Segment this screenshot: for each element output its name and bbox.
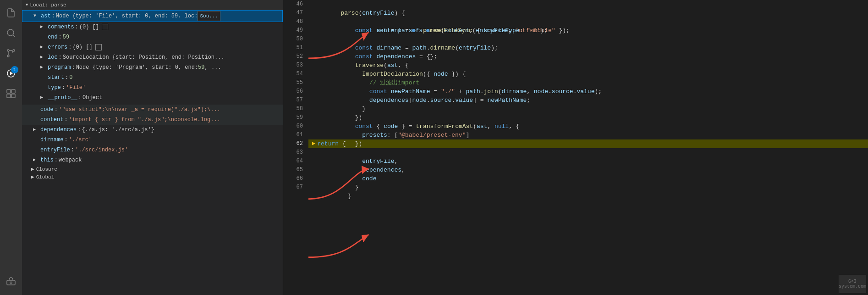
watermark: G×I system.com xyxy=(839,275,866,293)
expand-arrow-dependences[interactable]: ▶ xyxy=(33,125,38,134)
var-value-entryfile: './src/index.js' xyxy=(75,145,128,155)
ln-65: 65 xyxy=(283,166,303,174)
var-value-program-num: 59 xyxy=(198,63,204,72)
var-item-dependences[interactable]: ▶ dependences : {./a.js: './src/a.js'} xyxy=(22,125,283,135)
svg-point-10 xyxy=(10,282,12,284)
ln-47: 47 xyxy=(283,9,303,17)
code-line-62: ▶ return { xyxy=(308,139,868,148)
ln-59: 59 xyxy=(283,113,303,122)
code-line-66: } xyxy=(308,174,868,183)
var-name-start: start xyxy=(48,73,64,82)
code-line-50: const dirname = path.dirname(entryFile); xyxy=(308,35,868,44)
debug-variables-content: ▼ ast : Node {type: 'File', start: 0, en… xyxy=(22,10,283,295)
var-item-code[interactable]: ▶ code : '"use strict";\n\nvar _a = requ… xyxy=(22,105,283,115)
errors-checkbox[interactable] xyxy=(95,44,102,50)
var-item-this[interactable]: ▶ this : webpack xyxy=(22,155,283,165)
var-name-program: program xyxy=(48,63,71,72)
var-item-start[interactable]: ▶ start : 0 xyxy=(22,72,283,83)
var-name-code: code xyxy=(40,105,54,114)
ln-48: 48 xyxy=(283,17,303,26)
var-value-start: 0 xyxy=(69,73,72,82)
var-value-type: 'File' xyxy=(66,83,86,92)
var-name-type: type xyxy=(48,83,61,92)
editor-panel: 46 47 48 49 50 51 52 53 54 55 56 57 58 5… xyxy=(283,0,868,295)
ln-61: 61 xyxy=(283,131,303,139)
current-line-arrow: ▶ xyxy=(312,139,315,148)
svg-point-3 xyxy=(7,55,9,57)
var-value-code: '"use strict";\n\nvar _a = require("./a.… xyxy=(59,105,220,114)
var-value-program: Node {type: 'Program', start: 0, end: xyxy=(76,63,198,72)
section-global[interactable]: ▶ Global xyxy=(22,173,283,181)
closure-expand-icon: ▶ xyxy=(31,166,34,172)
global-expand-icon: ▶ xyxy=(31,174,34,180)
debug-icon[interactable]: 1 xyxy=(2,64,20,83)
ln-60: 60 xyxy=(283,122,303,131)
var-name-content: content xyxy=(40,115,63,124)
code-line-67: } xyxy=(308,183,868,192)
debug-panel: ▼ Local: parse ▼ ast : Node {type: 'File… xyxy=(22,0,283,295)
svg-point-0 xyxy=(7,29,14,36)
activity-bar: 1 xyxy=(0,0,22,295)
expand-arrow-comments[interactable]: ▶ xyxy=(40,22,46,32)
collapse-icon[interactable]: ▼ xyxy=(26,3,28,7)
ln-50: 50 xyxy=(283,35,303,44)
ln-53: 53 xyxy=(283,61,303,70)
var-item-type[interactable]: ▶ type : 'File' xyxy=(22,83,283,93)
var-item-errors[interactable]: ▶ errors : (0) [] xyxy=(22,42,283,52)
var-value-program2: , ... xyxy=(204,63,221,72)
expand-arrow-proto[interactable]: ▶ xyxy=(40,93,46,102)
extensions-icon[interactable] xyxy=(2,84,20,103)
var-name-errors: errors xyxy=(48,43,67,52)
code-lines: parse(entryFile) { const content = fs.re… xyxy=(308,0,868,295)
code-line-63: entryFile, xyxy=(308,148,868,157)
debug-panel-title: Local: parse xyxy=(30,2,66,8)
expand-arrow-errors[interactable]: ▶ xyxy=(40,43,46,52)
var-value-this: webpack xyxy=(59,156,82,165)
var-item-ast[interactable]: ▼ ast : Node {type: 'File', start: 0, en… xyxy=(22,10,283,22)
expand-arrow-loc[interactable]: ▶ xyxy=(40,53,46,62)
expand-arrow-ast[interactable]: ▼ xyxy=(33,11,39,21)
var-name-dirname: dirname xyxy=(40,135,63,145)
debug-panel-header: ▼ Local: parse xyxy=(22,0,283,10)
var-name-dependences: dependences xyxy=(40,125,77,134)
section-closure[interactable]: ▶ Closure xyxy=(22,165,283,173)
comments-checkbox[interactable] xyxy=(102,24,108,30)
svg-point-2 xyxy=(13,50,15,51)
var-item-comments[interactable]: ▶ comments : (0) [] xyxy=(22,22,283,32)
var-value-errors: (0) [] xyxy=(72,43,92,52)
source-control-icon[interactable] xyxy=(2,44,20,62)
expand-arrow-this[interactable]: ▶ xyxy=(33,156,38,165)
ln-49: 49 xyxy=(283,26,303,35)
svg-rect-9 xyxy=(7,280,15,285)
var-value-loc: SourceLocation {start: Position, end: Po… xyxy=(63,53,225,62)
var-item-program[interactable]: ▶ program : Node {type: 'Program', start… xyxy=(22,62,283,72)
var-value-dirname: './src' xyxy=(69,135,92,145)
ln-55: 55 xyxy=(283,78,303,87)
var-name-comments: comments xyxy=(48,22,74,32)
debug-badge: 1 xyxy=(11,66,18,73)
watermark-line1: G×I xyxy=(848,279,857,284)
ln-54: 54 xyxy=(283,70,303,78)
ln-52: 52 xyxy=(283,52,303,61)
ln-57: 57 xyxy=(283,96,303,105)
svg-point-1 xyxy=(7,50,9,51)
var-item-proto[interactable]: ▶ __proto__ : Object xyxy=(22,93,283,103)
var-item-entryfile[interactable]: ▶ entryFile : './src/index.js' xyxy=(22,145,283,155)
code-line-46: parse(entryFile) { xyxy=(308,0,868,9)
code-content: 46 47 48 49 50 51 52 53 54 55 56 57 58 5… xyxy=(283,0,868,295)
var-item-end[interactable]: ▶ end : 59 xyxy=(22,32,283,42)
var-name-ast: ast xyxy=(41,11,51,21)
search-icon[interactable] xyxy=(2,24,20,42)
var-item-loc[interactable]: ▶ loc : SourceLocation {start: Position,… xyxy=(22,52,283,62)
section-global-label: Global xyxy=(36,174,55,180)
var-item-content[interactable]: ▶ content : 'import { str } from "./a.js… xyxy=(22,115,283,125)
expand-arrow-program[interactable]: ▶ xyxy=(40,63,46,72)
var-item-dirname[interactable]: ▶ dirname : './src' xyxy=(22,135,283,145)
ln-63: 63 xyxy=(283,148,303,157)
var-name-loc: loc xyxy=(48,53,58,62)
var-name-proto: __proto__ xyxy=(48,93,77,102)
files-icon[interactable] xyxy=(2,4,20,22)
var-value-end: 59 xyxy=(63,33,69,42)
remote-icon[interactable] xyxy=(2,273,20,291)
var-value-comments: (0) [] xyxy=(79,22,99,32)
